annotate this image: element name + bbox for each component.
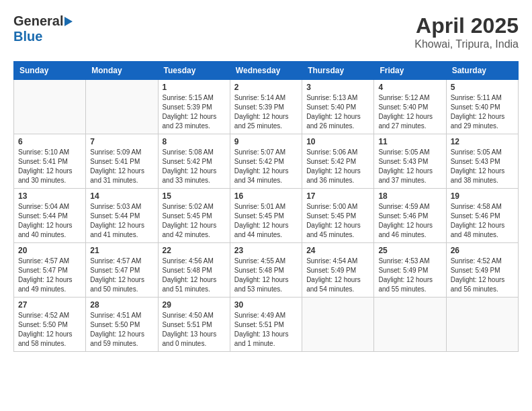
day-info: Sunrise: 5:04 AM Sunset: 5:44 PM Dayligh… <box>18 202 81 240</box>
header-friday: Friday <box>374 62 446 80</box>
empty-cell <box>86 80 158 134</box>
day-16: 16 Sunrise: 5:01 AM Sunset: 5:45 PM Dayl… <box>230 189 302 243</box>
day-number: 9 <box>234 137 298 146</box>
day-info: Sunrise: 4:54 AM Sunset: 5:49 PM Dayligh… <box>306 257 369 294</box>
header-thursday: Thursday <box>302 62 374 80</box>
day-number: 23 <box>234 246 298 255</box>
day-info: Sunrise: 4:57 AM Sunset: 5:47 PM Dayligh… <box>18 257 81 294</box>
day-number: 25 <box>378 246 441 255</box>
day-number: 26 <box>451 246 514 255</box>
day-number: 21 <box>90 246 153 255</box>
day-info: Sunrise: 4:50 AM Sunset: 5:51 PM Dayligh… <box>163 311 226 349</box>
day-23: 23 Sunrise: 4:55 AM Sunset: 5:48 PM Dayl… <box>230 243 302 298</box>
day-number: 17 <box>306 191 369 201</box>
day-15: 15 Sunrise: 5:02 AM Sunset: 5:45 PM Dayl… <box>158 189 230 243</box>
day-18: 18 Sunrise: 4:59 AM Sunset: 5:46 PM Dayl… <box>374 189 446 243</box>
week-row-1: 1 Sunrise: 5:15 AM Sunset: 5:39 PM Dayli… <box>14 80 519 134</box>
day-info: Sunrise: 5:12 AM Sunset: 5:40 PM Dayligh… <box>378 93 441 131</box>
header-monday: Monday <box>86 62 158 80</box>
day-info: Sunrise: 5:02 AM Sunset: 5:45 PM Dayligh… <box>163 202 226 240</box>
day-info: Sunrise: 5:15 AM Sunset: 5:39 PM Dayligh… <box>163 93 226 131</box>
day-4: 4 Sunrise: 5:12 AM Sunset: 5:40 PM Dayli… <box>374 80 446 134</box>
header-saturday: Saturday <box>446 62 518 80</box>
logo-blue: Blue <box>13 29 42 44</box>
day-number: 24 <box>306 246 369 255</box>
month-title: April 2025 <box>414 13 519 38</box>
day-number: 12 <box>451 137 514 146</box>
day-number: 15 <box>163 191 226 201</box>
day-info: Sunrise: 5:11 AM Sunset: 5:40 PM Dayligh… <box>451 93 514 131</box>
day-number: 4 <box>378 83 441 92</box>
day-9: 9 Sunrise: 5:07 AM Sunset: 5:42 PM Dayli… <box>230 134 302 189</box>
day-info: Sunrise: 5:06 AM Sunset: 5:42 PM Dayligh… <box>306 148 369 185</box>
day-number: 28 <box>90 300 153 310</box>
day-info: Sunrise: 5:08 AM Sunset: 5:42 PM Dayligh… <box>163 148 226 185</box>
week-row-5: 27 Sunrise: 4:52 AM Sunset: 5:50 PM Dayl… <box>14 298 519 352</box>
day-20: 20 Sunrise: 4:57 AM Sunset: 5:47 PM Dayl… <box>14 243 86 298</box>
calendar: Sunday Monday Tuesday Wednesday Thursday… <box>13 61 519 352</box>
day-number: 14 <box>90 191 153 201</box>
day-12: 12 Sunrise: 5:05 AM Sunset: 5:43 PM Dayl… <box>446 134 518 189</box>
day-info: Sunrise: 5:07 AM Sunset: 5:42 PM Dayligh… <box>234 148 298 185</box>
weekday-header-row: Sunday Monday Tuesday Wednesday Thursday… <box>14 62 519 80</box>
day-number: 3 <box>306 83 369 92</box>
day-number: 5 <box>451 83 514 92</box>
day-info: Sunrise: 5:10 AM Sunset: 5:41 PM Dayligh… <box>18 148 81 185</box>
day-number: 27 <box>18 300 81 310</box>
day-10: 10 Sunrise: 5:06 AM Sunset: 5:42 PM Dayl… <box>302 134 374 189</box>
day-7: 7 Sunrise: 5:09 AM Sunset: 5:41 PM Dayli… <box>86 134 158 189</box>
day-number: 18 <box>378 191 441 201</box>
day-number: 20 <box>18 246 81 255</box>
day-27: 27 Sunrise: 4:52 AM Sunset: 5:50 PM Dayl… <box>14 298 86 352</box>
week-row-3: 13 Sunrise: 5:04 AM Sunset: 5:44 PM Dayl… <box>14 189 519 243</box>
day-number: 8 <box>163 137 226 146</box>
day-11: 11 Sunrise: 5:05 AM Sunset: 5:43 PM Dayl… <box>374 134 446 189</box>
day-19: 19 Sunrise: 4:58 AM Sunset: 5:46 PM Dayl… <box>446 189 518 243</box>
day-22: 22 Sunrise: 4:56 AM Sunset: 5:48 PM Dayl… <box>158 243 230 298</box>
day-number: 19 <box>451 191 514 201</box>
day-info: Sunrise: 4:52 AM Sunset: 5:49 PM Dayligh… <box>451 257 514 294</box>
day-14: 14 Sunrise: 5:03 AM Sunset: 5:44 PM Dayl… <box>86 189 158 243</box>
day-info: Sunrise: 4:49 AM Sunset: 5:51 PM Dayligh… <box>234 311 298 349</box>
week-row-2: 6 Sunrise: 5:10 AM Sunset: 5:41 PM Dayli… <box>14 134 519 189</box>
day-2: 2 Sunrise: 5:14 AM Sunset: 5:39 PM Dayli… <box>230 80 302 134</box>
day-5: 5 Sunrise: 5:11 AM Sunset: 5:40 PM Dayli… <box>446 80 518 134</box>
day-info: Sunrise: 4:53 AM Sunset: 5:49 PM Dayligh… <box>378 257 441 294</box>
empty-cell <box>374 298 446 352</box>
day-13: 13 Sunrise: 5:04 AM Sunset: 5:44 PM Dayl… <box>14 189 86 243</box>
day-number: 16 <box>234 191 298 201</box>
day-info: Sunrise: 4:57 AM Sunset: 5:47 PM Dayligh… <box>90 257 153 294</box>
empty-cell <box>14 80 86 134</box>
header-wednesday: Wednesday <box>230 62 302 80</box>
day-info: Sunrise: 4:58 AM Sunset: 5:46 PM Dayligh… <box>451 202 514 240</box>
day-info: Sunrise: 5:09 AM Sunset: 5:41 PM Dayligh… <box>90 148 153 185</box>
day-number: 13 <box>18 191 81 201</box>
day-number: 29 <box>163 300 226 310</box>
day-info: Sunrise: 5:05 AM Sunset: 5:43 PM Dayligh… <box>451 148 514 185</box>
day-1: 1 Sunrise: 5:15 AM Sunset: 5:39 PM Dayli… <box>158 80 230 134</box>
day-info: Sunrise: 5:14 AM Sunset: 5:39 PM Dayligh… <box>234 93 298 131</box>
day-info: Sunrise: 5:05 AM Sunset: 5:43 PM Dayligh… <box>378 148 441 185</box>
day-info: Sunrise: 4:51 AM Sunset: 5:50 PM Dayligh… <box>90 311 153 349</box>
day-25: 25 Sunrise: 4:53 AM Sunset: 5:49 PM Dayl… <box>374 243 446 298</box>
day-number: 1 <box>163 83 226 92</box>
day-26: 26 Sunrise: 4:52 AM Sunset: 5:49 PM Dayl… <box>446 243 518 298</box>
day-17: 17 Sunrise: 5:00 AM Sunset: 5:45 PM Dayl… <box>302 189 374 243</box>
day-info: Sunrise: 4:55 AM Sunset: 5:48 PM Dayligh… <box>234 257 298 294</box>
day-21: 21 Sunrise: 4:57 AM Sunset: 5:47 PM Dayl… <box>86 243 158 298</box>
day-28: 28 Sunrise: 4:51 AM Sunset: 5:50 PM Dayl… <box>86 298 158 352</box>
day-number: 7 <box>90 137 153 146</box>
day-6: 6 Sunrise: 5:10 AM Sunset: 5:41 PM Dayli… <box>14 134 86 189</box>
empty-cell <box>446 298 518 352</box>
logo-icon <box>64 17 73 26</box>
header-tuesday: Tuesday <box>158 62 230 80</box>
day-number: 22 <box>163 246 226 255</box>
day-info: Sunrise: 4:52 AM Sunset: 5:50 PM Dayligh… <box>18 311 81 349</box>
day-number: 30 <box>234 300 298 310</box>
day-info: Sunrise: 5:03 AM Sunset: 5:44 PM Dayligh… <box>90 202 153 240</box>
day-number: 6 <box>18 137 81 146</box>
day-30: 30 Sunrise: 4:49 AM Sunset: 5:51 PM Dayl… <box>230 298 302 352</box>
title-area: April 2025 Khowai, Tripura, India <box>414 13 519 50</box>
header: General Blue April 2025 Khowai, Tripura,… <box>13 13 519 50</box>
logo-general: General <box>13 13 63 29</box>
